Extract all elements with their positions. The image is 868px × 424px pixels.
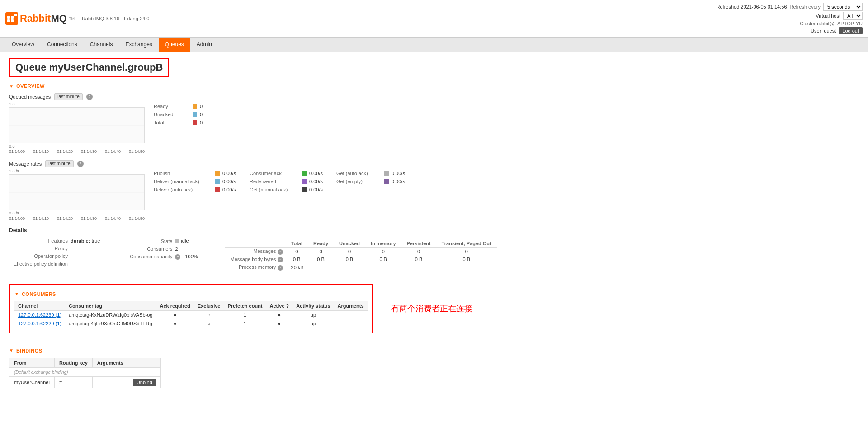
queued-chart-canvas (9, 107, 145, 143)
bindings-section-header[interactable]: ▼ Bindings (9, 346, 859, 355)
queued-help-icon[interactable]: ? (86, 94, 93, 100)
legend-unacked-dot (193, 112, 197, 117)
version-info: RabbitMQ 3.8.16 Erlang 24.0 (82, 16, 149, 21)
queued-time-badge[interactable]: last minute (54, 93, 82, 100)
chart-y-bot: 0.0 (9, 144, 145, 148)
features-value: durable: true (71, 238, 100, 243)
legend-get-empty-value: 0.00/s (392, 179, 405, 184)
consumer-2-prefetch: 1 (224, 319, 266, 328)
rates-x-labels: 01:14:00 01:14:10 01:14:20 01:14:30 01:1… (9, 216, 145, 221)
col-consumer-tag-header: Consumer tag (65, 301, 156, 311)
state-text: idle (181, 238, 189, 243)
legend-ready-label: Ready (154, 104, 190, 109)
refresh-select[interactable]: 5 seconds 10 seconds 30 seconds 60 secon… (823, 3, 863, 11)
consumer-1-status: up (292, 310, 334, 319)
messages-row: Messages ? 0 0 0 0 0 0 (225, 248, 497, 256)
unbind-button[interactable]: Unbind (133, 379, 156, 386)
nav-admin[interactable]: Admin (190, 38, 218, 52)
details-section: Details Features durable: true Policy Op… (9, 227, 859, 272)
consumers-section-title: Consumers (22, 291, 56, 297)
consumer-capacity-row: Consumer capacity ? 100% (127, 254, 198, 260)
consumers-section-header[interactable]: ▼ Consumers (14, 290, 368, 299)
bindings-table: From Routing key Arguments (Default exch… (9, 358, 161, 388)
user-row: User guest Log out (811, 27, 863, 34)
nav-overview[interactable]: Overview (5, 38, 41, 52)
messages-stats-table: Total Ready Unacked In memory Persistent… (225, 240, 497, 272)
consumers-area: ▼ Consumers Channel Consumer tag Ack req… (9, 278, 859, 340)
policy-row: Policy (9, 246, 100, 251)
consumers-count-row: Consumers 2 (127, 246, 198, 252)
nav-connections[interactable]: Connections (41, 38, 84, 52)
vhost-row: Virtual host All (816, 12, 863, 20)
cluster-label: Cluster (800, 21, 816, 26)
nav-exchanges[interactable]: Exchanges (119, 38, 158, 52)
svg-rect-2 (11, 16, 14, 19)
legend-deliver-auto-label: Deliver (auto ack) (154, 187, 212, 192)
cluster-row: Cluster rabbit@LAPTOP-YU (800, 21, 863, 26)
legend-total-value: 0 (200, 120, 203, 125)
legend-get-auto-label: Get (auto ack) (336, 171, 382, 176)
rates-legend-col2: Consumer ack 0.00/s Redelivered 0.00/s G… (250, 171, 323, 192)
details-mid-col: State idle Consumers 2 Consumer capacity… (127, 238, 198, 272)
bindings-col-arguments: Arguments (92, 358, 128, 367)
effective-policy-label: Effective policy definition (9, 261, 68, 267)
operator-policy-label: Operator policy (9, 253, 68, 259)
overview-section-title: Overview (16, 83, 45, 89)
process-memory-value: 20 kB (286, 263, 497, 272)
details-title: Details (9, 227, 859, 233)
legend-deliver-manual-dot (215, 179, 220, 184)
rates-legend-col1: Publish 0.00/s Deliver (manual ack) 0.00… (154, 171, 236, 192)
consumer-capacity-help-icon[interactable]: ? (175, 254, 180, 260)
bindings-col-routing-key: Routing key (54, 358, 92, 367)
legend-get-auto-value: 0.00/s (392, 171, 405, 176)
nav-queues[interactable]: Queues (159, 38, 190, 52)
col-persistent: Persistent (401, 240, 436, 248)
logout-button[interactable]: Log out (839, 27, 863, 34)
overview-section-header[interactable]: ▼ Overview (9, 81, 859, 91)
legend-publish: Publish 0.00/s (154, 171, 236, 176)
body-bytes-help-icon[interactable]: ? (278, 257, 283, 262)
queued-chart-container: 1.0 0.0 01:14:00 01:14:10 01:14:20 01:1 (9, 102, 859, 154)
consumer-2-channel[interactable]: 127.0.0.1:62229 (1) (14, 319, 65, 328)
rates-time-badge[interactable]: last minute (45, 160, 73, 167)
col-ack-required-header: Ack required (156, 301, 193, 311)
legend-consumer-ack-dot (302, 171, 307, 176)
consumer-2-status: up (292, 319, 334, 328)
header: RabbitMQ TM RabbitMQ 3.8.16 Erlang 24.0 … (0, 0, 868, 38)
process-memory-help-icon[interactable]: ? (278, 265, 283, 271)
col-total: Total (286, 240, 308, 248)
legend-ready: Ready 0 (154, 104, 203, 109)
process-memory-label: Process memory ? (225, 263, 286, 272)
rabbitmq-version: RabbitMQ 3.8.16 (82, 16, 119, 21)
legend-deliver-manual: Deliver (manual ack) 0.00/s (154, 179, 236, 184)
cluster-value: rabbit@LAPTOP-YU (817, 21, 863, 26)
col-channel-header: Channel (14, 301, 65, 311)
consumer-1-exclusive: ○ (194, 310, 224, 319)
nav-channels[interactable]: Channels (84, 38, 119, 52)
vhost-select[interactable]: All (843, 12, 863, 20)
rates-legend-all: Publish 0.00/s Deliver (manual ack) 0.00… (154, 169, 405, 192)
rates-help-icon[interactable]: ? (77, 161, 84, 167)
legend-total: Total 0 (154, 120, 203, 125)
consumer-2-tag: amq.ctag-4IjEr9XeOnC-lM0RSdTERg (65, 319, 156, 328)
col-unacked: Unacked (334, 240, 365, 248)
svg-rect-1 (7, 16, 10, 19)
consumer-1-prefetch: 1 (224, 310, 266, 319)
bytes-unacked: 0 B (334, 256, 365, 264)
consumers-count-value: 2 (175, 246, 178, 252)
bindings-section-title: Bindings (16, 348, 42, 353)
consumer-1-channel[interactable]: 127.0.0.1:62239 (1) (14, 310, 65, 319)
bytes-in-memory: 0 B (365, 256, 401, 264)
rabbitmq-logo-icon (5, 12, 18, 25)
chart-y-top: 1.0 (9, 102, 145, 106)
messages-help-icon[interactable]: ? (278, 249, 283, 255)
features-row: Features durable: true (9, 238, 100, 243)
rates-chart-container: 1.0 /s 0.0 /s 01:14:00 01:14:10 01:14:20 (9, 169, 859, 221)
bytes-ready: 0 B (308, 256, 334, 264)
consumer-row-1: 127.0.0.1:62239 (1) amq.ctag-KxNzuDRWzIg… (14, 310, 368, 319)
legend-redelivered-dot (302, 179, 307, 184)
legend-ready-dot (193, 104, 197, 109)
main-content: Queue myUserChannel.groupB ▼ Overview Qu… (0, 52, 868, 424)
legend-deliver-auto: Deliver (auto ack) 0.00/s (154, 187, 236, 192)
queued-chart-legend: Ready 0 Unacked 0 Total 0 (154, 102, 203, 125)
